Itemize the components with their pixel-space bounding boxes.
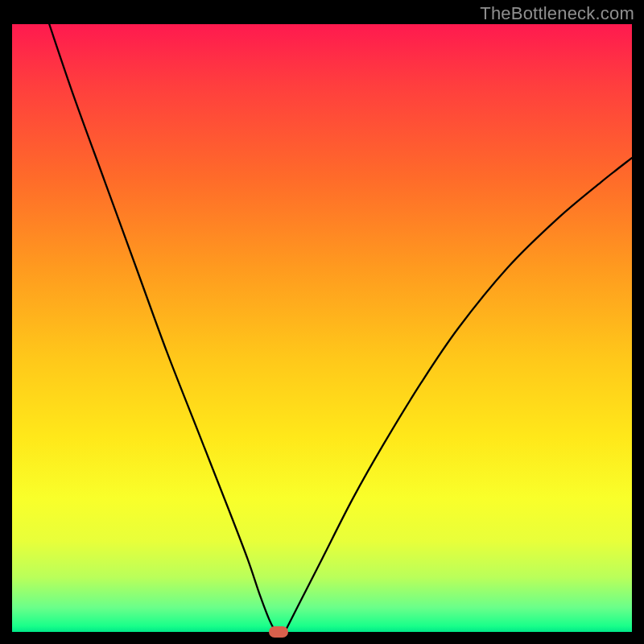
curve-left-branch xyxy=(49,24,275,632)
watermark-text: TheBottleneck.com xyxy=(480,3,634,24)
plot-area xyxy=(12,24,632,632)
curve-right-branch xyxy=(285,158,632,632)
min-marker xyxy=(269,626,288,638)
curve-layer xyxy=(12,24,632,632)
chart-stage: TheBottleneck.com xyxy=(0,0,644,644)
